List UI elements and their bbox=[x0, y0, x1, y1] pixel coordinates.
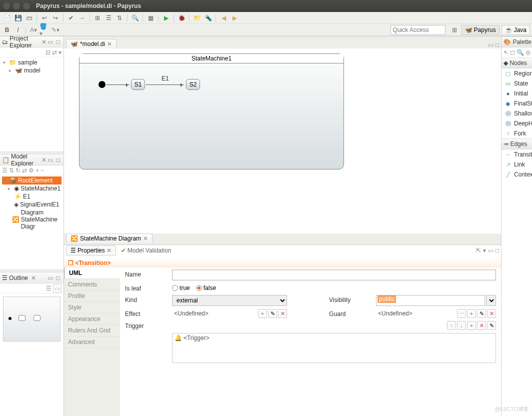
kind-select[interactable]: external bbox=[172, 295, 287, 306]
palette-final[interactable]: ◉FinalState bbox=[502, 98, 532, 108]
close-window-icon[interactable] bbox=[3, 2, 10, 10]
marquee-icon[interactable]: ◻ bbox=[510, 49, 515, 56]
browse-guard-icon[interactable]: ⋯ bbox=[457, 309, 466, 318]
maximize-view-icon[interactable]: □ bbox=[54, 274, 62, 282]
validate-icon[interactable]: ✔ bbox=[66, 14, 76, 22]
maximize-panel-icon[interactable]: □ bbox=[496, 247, 499, 254]
visibility-select[interactable]: public bbox=[376, 295, 485, 306]
add-effect-icon[interactable]: + bbox=[258, 309, 267, 318]
remove-guard-icon[interactable]: ✕ bbox=[487, 309, 496, 318]
link-icon[interactable]: ⇄ bbox=[22, 167, 27, 174]
cat-profile[interactable]: Profile bbox=[64, 290, 120, 302]
search-icon[interactable]: 🔦 bbox=[203, 14, 213, 22]
palette-state[interactable]: ▭State bbox=[502, 78, 532, 88]
cat-rulers[interactable]: Rulers And Grid bbox=[64, 325, 120, 336]
initial-node[interactable] bbox=[98, 81, 106, 88]
edges-section[interactable]: ⇒ Edges ∞ bbox=[502, 138, 532, 150]
cat-comments[interactable]: Comments bbox=[64, 279, 120, 290]
isleaf-true[interactable]: true bbox=[172, 284, 190, 292]
palette-initial[interactable]: ●Initial bbox=[502, 88, 532, 98]
diagram-tab[interactable]: 🔀 StateMachine Diagram ✕ bbox=[66, 234, 152, 243]
cat-advanced[interactable]: Advanced bbox=[64, 336, 120, 348]
palette-context[interactable]: ╱ContextLink bbox=[502, 170, 532, 180]
diagram-item[interactable]: 🔀Diagram StateMachine Diagr bbox=[2, 208, 62, 230]
state-s2[interactable]: S2 bbox=[186, 79, 200, 90]
back-icon[interactable]: ◀ bbox=[218, 14, 228, 22]
state-s1[interactable]: S1 bbox=[131, 79, 145, 90]
transition-arrow[interactable] bbox=[106, 84, 130, 85]
edit-guard-icon[interactable]: ✎ bbox=[477, 309, 486, 318]
save-icon[interactable]: 💾 bbox=[13, 14, 23, 22]
minimize-view-icon[interactable]: ▭ bbox=[46, 274, 54, 282]
sm-item[interactable]: ▸◉StateMachine1 bbox=[2, 184, 62, 192]
outline-thumbnail[interactable] bbox=[3, 296, 60, 342]
folder-icon[interactable]: 📁 bbox=[192, 14, 202, 22]
refresh-icon[interactable]: ↻ bbox=[16, 167, 20, 174]
cat-appearance[interactable]: Appearance bbox=[64, 314, 120, 325]
zoom-icon[interactable]: 🔍 bbox=[130, 14, 140, 22]
remove-trigger-icon[interactable]: ✕ bbox=[477, 321, 486, 330]
cat-uml[interactable]: UML bbox=[64, 268, 120, 279]
model-validation-tab[interactable]: ✔ Model Validation bbox=[117, 246, 176, 255]
palette-link[interactable]: ↗Link bbox=[502, 160, 532, 170]
run-icon[interactable]: ▶ bbox=[161, 14, 171, 22]
new-icon[interactable]: 📄 bbox=[2, 14, 12, 22]
edit-trigger-icon[interactable]: ✎ bbox=[487, 321, 496, 330]
minimize-editor-icon[interactable]: ▭ bbox=[488, 42, 494, 48]
project-item[interactable]: ▾📁sample bbox=[2, 58, 62, 66]
bold-icon[interactable]: B bbox=[2, 26, 12, 34]
view-menu-icon[interactable]: ▾ bbox=[58, 49, 62, 56]
external-view-icon[interactable]: ⇱ bbox=[476, 247, 481, 254]
outline-tree-icon[interactable]: ☰ bbox=[46, 285, 52, 292]
minimize-view-icon[interactable]: ▭ bbox=[46, 38, 54, 46]
undo-icon[interactable]: ↩ bbox=[40, 14, 50, 22]
outline-overview-icon[interactable]: ▭ bbox=[53, 284, 62, 292]
perspective-java[interactable]: ☕ Java bbox=[502, 25, 530, 35]
open-perspective-icon[interactable]: ⊞ bbox=[450, 26, 460, 34]
close-icon[interactable]: ✕ bbox=[31, 274, 36, 282]
close-icon[interactable]: ✕ bbox=[42, 156, 46, 164]
diagram-canvas[interactable]: StateMachine1 S1 E1 S2 bbox=[64, 48, 501, 234]
statemachine-frame[interactable]: StateMachine1 S1 E1 S2 bbox=[79, 54, 344, 170]
visibility-dropdown[interactable] bbox=[486, 295, 496, 306]
palette-region[interactable]: ▢Region bbox=[502, 68, 532, 78]
filter-icon[interactable]: ⚙ bbox=[28, 167, 34, 174]
save-all-icon[interactable]: 🗃 bbox=[24, 14, 34, 22]
root-element[interactable]: ▾📦RootElement bbox=[2, 176, 62, 184]
properties-tab[interactable]: ☰ Properties ✕ bbox=[66, 246, 116, 256]
model-item[interactable]: ▸🦋model bbox=[2, 66, 62, 74]
palette-fork[interactable]: ⑂Fork bbox=[502, 128, 532, 138]
edit-effect-icon[interactable]: ✎ bbox=[268, 309, 277, 318]
move-up-icon[interactable]: ↑ bbox=[447, 321, 456, 330]
isleaf-false[interactable]: false bbox=[196, 284, 216, 292]
link-editor-icon[interactable]: ⇄ bbox=[52, 49, 57, 56]
pointer-icon[interactable]: ↖ bbox=[504, 49, 508, 56]
sort-icon[interactable]: ⇅ bbox=[9, 167, 14, 174]
align-icon[interactable]: ☰ bbox=[104, 14, 114, 22]
line-color-icon[interactable]: ✎▾ bbox=[50, 26, 60, 34]
minimize-window-icon[interactable] bbox=[13, 2, 20, 10]
palette-deep[interactable]: ⒽDeepHistory bbox=[502, 118, 532, 128]
close-tab-icon[interactable]: ✕ bbox=[143, 235, 148, 242]
nodes-section[interactable]: ◆ Nodes ∞ bbox=[502, 58, 532, 68]
redo-icon[interactable]: ↪ bbox=[50, 14, 60, 22]
minimize-panel-icon[interactable]: ▭ bbox=[488, 247, 494, 254]
transition-e1[interactable] bbox=[146, 84, 184, 85]
add-trigger-icon[interactable]: + bbox=[467, 321, 476, 330]
move-down-icon[interactable]: ↓ bbox=[457, 321, 466, 330]
close-icon[interactable]: ✕ bbox=[42, 38, 46, 46]
forward-icon[interactable]: ▶ bbox=[230, 14, 240, 22]
trigger-item[interactable]: 🔔 <Trigger> bbox=[174, 334, 494, 342]
maximize-editor-icon[interactable]: □ bbox=[496, 42, 499, 48]
fill-color-icon[interactable]: 🪣▾ bbox=[40, 26, 50, 34]
minimize-view-icon[interactable]: ▭ bbox=[46, 156, 54, 164]
remove-effect-icon[interactable]: ✕ bbox=[278, 309, 287, 318]
palette-transition[interactable]: →Transition bbox=[502, 150, 532, 160]
maximize-view-icon[interactable]: □ bbox=[54, 38, 62, 46]
perspective-papyrus[interactable]: 🦋 Papyrus bbox=[462, 25, 500, 35]
collapse-all-icon[interactable]: ⊟ bbox=[46, 49, 50, 56]
expand-icon[interactable]: + bbox=[36, 167, 39, 174]
quick-access-input[interactable] bbox=[390, 25, 446, 35]
trigger-list[interactable]: 🔔 <Trigger> bbox=[172, 333, 496, 363]
cat-style[interactable]: Style bbox=[64, 302, 120, 314]
